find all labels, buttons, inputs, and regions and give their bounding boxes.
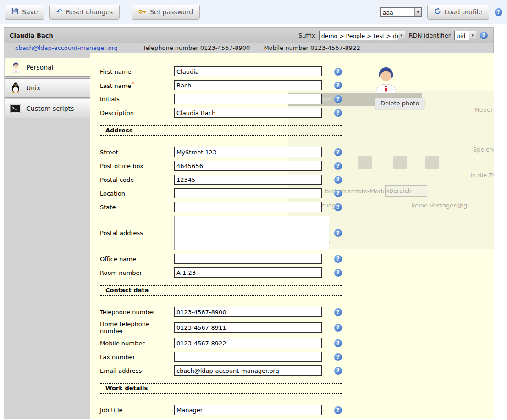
section-work-details: Work details (100, 383, 342, 394)
form-row-postal-code: Postal code (100, 175, 343, 185)
chevron-down-icon (469, 31, 476, 40)
tab-personal[interactable]: Personal (5, 58, 90, 77)
section-contact-data: Contact data (100, 285, 342, 296)
location-input[interactable] (174, 188, 322, 198)
last-name-input[interactable] (174, 80, 322, 90)
load-profile-button[interactable]: Load profile (427, 5, 489, 20)
email-link[interactable]: cbach@ldap-account-manager.org (15, 44, 118, 51)
help-icon[interactable] (334, 95, 342, 103)
job-title-label: Job title (100, 407, 174, 414)
mobile-number-label: Mobile number (100, 340, 174, 347)
form-row-telephone-number: Telephone number (100, 307, 343, 317)
office-name-input[interactable] (174, 254, 322, 264)
required-marker: * (132, 81, 135, 87)
state-label: State (100, 204, 174, 211)
account-header-row2: cbach@ldap-account-manager.org Telephone… (4, 43, 493, 53)
help-icon[interactable] (334, 162, 342, 170)
form-row-location: Location (100, 188, 343, 198)
home-telephone-number-input[interactable] (174, 322, 322, 333)
save-button[interactable]: Save (5, 5, 44, 20)
help-icon[interactable] (334, 367, 342, 375)
help-icon[interactable] (334, 339, 342, 347)
telephone-number-input[interactable] (174, 307, 322, 317)
room-number-input[interactable] (174, 267, 322, 278)
email-address-label: Email address (100, 367, 174, 374)
form-row-post-office-box: Post office box (100, 161, 343, 171)
ghost-thumbnail (425, 156, 439, 169)
help-icon[interactable] (334, 324, 342, 332)
help-icon[interactable] (334, 255, 342, 263)
toolbar: Save ↶ Reset changes Set password aaa Lo… (0, 0, 507, 24)
chevron-down-icon (414, 8, 421, 16)
ghost-text: Speichern (473, 146, 494, 153)
post-office-box-input[interactable] (174, 161, 322, 171)
form-row-email-address: Email address (100, 365, 343, 376)
description-input[interactable] (174, 108, 322, 118)
telephone-summary: Telephone number 0123-4567-8900 (143, 44, 250, 51)
set-password-label: Set password (150, 8, 193, 16)
rdn-select[interactable]: uid (454, 31, 476, 40)
office-name-label: Office name (100, 256, 174, 262)
personal-tab-content: schirmfoto m Neuer S Speichern In die Zw… (90, 53, 494, 419)
postal-code-input[interactable] (174, 175, 322, 185)
set-password-button[interactable]: Set password (132, 5, 200, 20)
profile-select-value: aaa (381, 8, 414, 16)
module-sidebar: Personal Unix Custom scripts (4, 53, 90, 419)
account-header: Claudia Bach Suffix demo > People > test… (4, 27, 494, 53)
help-icon[interactable] (334, 148, 342, 156)
help-icon[interactable] (334, 82, 342, 89)
person-icon (10, 62, 22, 73)
help-icon[interactable] (334, 353, 342, 361)
first-name-label: First name (100, 68, 174, 75)
tab-custom-scripts[interactable]: Custom scripts (5, 99, 90, 118)
help-icon[interactable] (334, 109, 342, 117)
state-input[interactable] (174, 202, 322, 212)
last-name-label: Last name* (100, 81, 174, 89)
help-icon[interactable] (334, 229, 342, 237)
form-row-room-number: Room number (100, 267, 343, 278)
telephone-number-label: Telephone number (100, 309, 174, 316)
job-title-input[interactable] (174, 405, 322, 415)
profile-select[interactable]: aaa (380, 7, 422, 17)
ghost-text: In die Zwisch (470, 172, 494, 179)
location-label: Location (100, 190, 174, 197)
street-label: Street (100, 149, 174, 156)
help-icon[interactable] (334, 308, 342, 316)
undo-icon: ↶ (56, 8, 62, 16)
help-icon[interactable] (334, 190, 342, 197)
header-controls: Suffix demo > People > test > de RDN ide… (298, 31, 488, 40)
street-input[interactable] (174, 147, 322, 157)
help-icon[interactable] (334, 203, 342, 211)
email-address-input[interactable] (174, 365, 322, 376)
help-icon[interactable] (495, 8, 502, 16)
help-icon[interactable] (334, 68, 342, 76)
help-icon[interactable] (334, 176, 342, 184)
mobile-summary: Mobile number 0123-4567-8922 (264, 44, 360, 51)
initials-label: Initials (100, 96, 174, 103)
suffix-select[interactable]: demo > People > test > de (319, 31, 405, 40)
postal-address-textarea[interactable] (174, 216, 329, 250)
account-header-row1: Claudia Bach Suffix demo > People > test… (4, 28, 493, 43)
initials-input[interactable] (174, 94, 322, 104)
reset-changes-label: Reset changes (66, 8, 113, 16)
postal-code-label: Postal code (100, 176, 174, 183)
help-icon[interactable] (334, 269, 342, 277)
form-row-street: Street (100, 147, 343, 157)
ghost-thumbnail (358, 156, 372, 169)
reset-changes-button[interactable]: ↶ Reset changes (49, 5, 120, 20)
ghost-thumbnail (393, 156, 407, 169)
form-row-job-title: Job title (100, 405, 343, 415)
delete-photo-button[interactable]: Delete photo (375, 98, 424, 109)
help-icon[interactable] (334, 406, 342, 414)
first-name-input[interactable] (174, 66, 322, 76)
fax-number-input[interactable] (174, 352, 322, 362)
tab-unix[interactable]: Unix (5, 78, 90, 98)
description-label: Description (100, 109, 174, 116)
form-row-last-name: Last name* (100, 80, 343, 90)
rdn-label: RDN identifier (409, 32, 451, 39)
load-profile-label: Load profile (445, 8, 482, 16)
help-icon[interactable] (480, 32, 488, 39)
ghost-text: keine Verzögerung (412, 202, 467, 209)
form-row-first-name: First name (100, 66, 343, 76)
mobile-number-input[interactable] (174, 338, 322, 348)
